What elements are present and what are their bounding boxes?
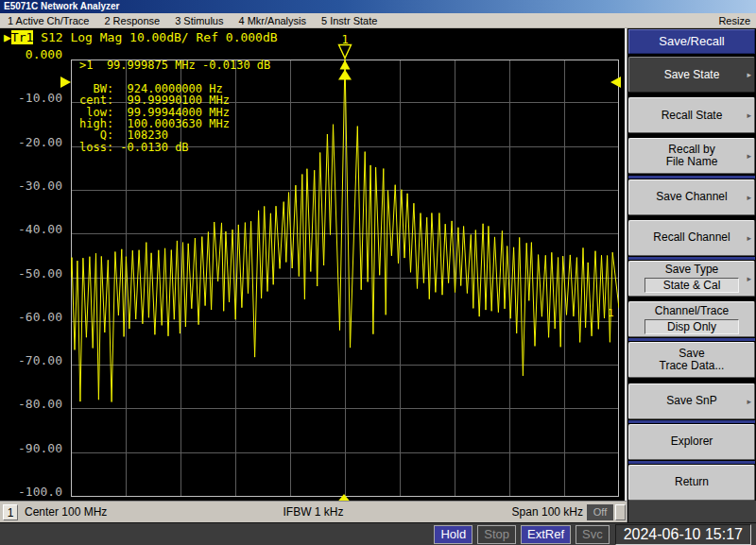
y-axis-tick-label: -60.00 — [4, 310, 62, 324]
marker-readout-line: >1 99.999875 MHz -0.0130 dB — [79, 60, 270, 71]
softkey-label: Channel/Trace — [655, 305, 729, 317]
softkey-label: Recall Channel — [653, 231, 730, 244]
softkey-value-save-type: State & Cal — [644, 278, 739, 293]
marker-readout-line: loss: -0.0130 dB — [79, 142, 270, 153]
softkey-label: File Name — [666, 156, 718, 168]
softkey-recall-state[interactable]: Recall State▸ — [628, 97, 755, 133]
softkey-label: Return — [675, 476, 709, 488]
off-indicator-badge: Off — [587, 504, 613, 520]
softkey-value-channel-trace: Disp Only — [644, 319, 739, 334]
y-axis-tick-label: -80.00 — [4, 397, 62, 411]
y-axis-tick-label: -90.00 — [4, 441, 62, 455]
y-axis-tick-label: -10.00 — [4, 91, 62, 105]
center-frequency-marker-icon[interactable] — [335, 494, 352, 501]
softkey-label: Save Channel — [656, 191, 727, 203]
softkey-menu-title: Save/Recall — [628, 29, 755, 54]
bandwidth-marker-high-icon — [340, 60, 351, 70]
y-axis-tick-label: -40.00 — [4, 222, 62, 236]
softkey-group-separator — [628, 176, 755, 179]
y-axis-tick-label: -70.00 — [4, 353, 62, 367]
submenu-arrow-icon: ▸ — [747, 395, 751, 407]
span-readout[interactable]: Span 100 kHz — [512, 505, 583, 519]
bandwidth-marker-low-icon — [338, 70, 352, 80]
softkey-save-state[interactable]: Save State▸ — [628, 57, 755, 93]
softkey-menu: Save/Recall Save State▸Recall State▸Reca… — [627, 28, 756, 522]
softkey-recall-by-file-name[interactable]: Recall byFile Name▸ — [628, 138, 755, 174]
menu-item-3-stimulus[interactable]: 3 Stimulus — [167, 13, 231, 28]
y-axis-reference-label: 0.000 — [4, 47, 62, 61]
marker-readout-line: cent: 99.99990100 MHz — [79, 94, 270, 106]
softkey-save-snp[interactable]: Save SnP▸ — [628, 383, 755, 419]
marker-1-icon[interactable] — [339, 45, 352, 59]
svc-indicator: Svc — [576, 525, 610, 544]
softkey-label: Recall State — [662, 110, 723, 122]
softkey-label: Save State — [664, 69, 720, 81]
stimulus-status-bar: 1 Center 100 MHz IFBW 1 kHz Span 100 kHz… — [0, 501, 627, 522]
softkey-group-separator — [628, 420, 755, 423]
y-axis-tick-label: -50.00 — [4, 266, 62, 281]
hold-indicator: Hold — [434, 525, 472, 544]
softkey-group-separator — [628, 257, 755, 260]
softkey-label: Explorer — [671, 435, 713, 448]
submenu-arrow-icon: ▸ — [747, 272, 751, 284]
menu-item-4-mkr-analysis[interactable]: 4 Mkr/Analysis — [231, 13, 314, 28]
menu-item-2-response[interactable]: 2 Response — [96, 13, 167, 28]
instrument-display: ▶Tr1 S12 Log Mag 10.00dB/ Ref 0.000dB 0.… — [0, 28, 627, 501]
softkey-explorer[interactable]: Explorer — [628, 424, 755, 460]
y-axis-tick-label: -20.00 — [4, 135, 62, 149]
softkey-button-list: Save State▸Recall State▸Recall byFile Na… — [628, 57, 755, 501]
instrument-screen-column: ▶Tr1 S12 Log Mag 10.00dB/ Ref 0.000dB 0.… — [0, 28, 627, 522]
status-bar-endcap — [615, 504, 626, 520]
reference-level-marker-right-icon — [610, 77, 621, 88]
softkey-label: Save SnP — [666, 395, 716, 407]
softkey-return[interactable]: Return — [628, 465, 755, 501]
submenu-arrow-icon: ▸ — [747, 191, 751, 203]
softkey-menu-footer — [628, 501, 756, 522]
softkey-recall-channel[interactable]: Recall Channel▸ — [628, 220, 755, 256]
menu-item-5-instr-state[interactable]: 5 Instr State — [314, 13, 385, 28]
marker-readout-block: >1 99.999875 MHz -0.0130 dB BW: 924.0000… — [79, 60, 270, 153]
trace-number-right-label: 1 — [608, 307, 614, 319]
marker-readout-line — [79, 71, 270, 82]
active-trace-arrow-icon: ▶ — [4, 30, 11, 44]
softkey-save-channel[interactable]: Save Channel▸ — [628, 179, 755, 215]
y-axis-tick-label: -30.00 — [4, 179, 62, 193]
submenu-arrow-icon: ▸ — [747, 69, 751, 81]
softkey-label: Trace Data... — [660, 360, 725, 372]
softkey-group-separator — [628, 461, 755, 464]
window-title: E5071C Network Analyzer — [4, 1, 119, 11]
softkey-channel-trace[interactable]: Channel/TraceDisp Only — [628, 301, 755, 337]
trace-name: Tr1 — [11, 30, 33, 44]
menu-bar: 1 Active Ch/Trace2 Response3 Stimulus4 M… — [0, 13, 756, 28]
submenu-arrow-icon: ▸ — [747, 231, 751, 244]
softkey-group-separator — [628, 338, 755, 341]
extref-indicator: ExtRef — [521, 525, 571, 544]
softkey-save-trace-data[interactable]: SaveTrace Data... — [628, 342, 755, 378]
submenu-arrow-icon: ▸ — [747, 150, 751, 162]
datetime-display: 2024-06-10 15:17 — [615, 524, 751, 545]
reference-level-marker-left-icon[interactable] — [60, 77, 71, 88]
softkey-save-type[interactable]: Save TypeState & Cal▸ — [628, 261, 755, 297]
menu-item-1-active-ch-trace[interactable]: 1 Active Ch/Trace — [0, 13, 96, 28]
title-bar: E5071C Network Analyzer — [0, 0, 756, 13]
stop-indicator: Stop — [477, 525, 516, 544]
marker-1-number[interactable]: 1 — [341, 33, 348, 46]
y-axis-tick-label: -100.0 — [4, 485, 62, 499]
submenu-arrow-icon: ▸ — [747, 110, 751, 122]
instrument-state-bar: HoldStopExtRefSvc2024-06-10 15:17 — [0, 522, 756, 545]
resize-button[interactable]: Resize — [718, 13, 750, 28]
softkey-label: Save Type — [665, 264, 718, 276]
network-analyzer-window: E5071C Network Analyzer 1 Active Ch/Trac… — [0, 0, 756, 545]
marker-readout-line: Q: 108230 — [79, 129, 270, 141]
